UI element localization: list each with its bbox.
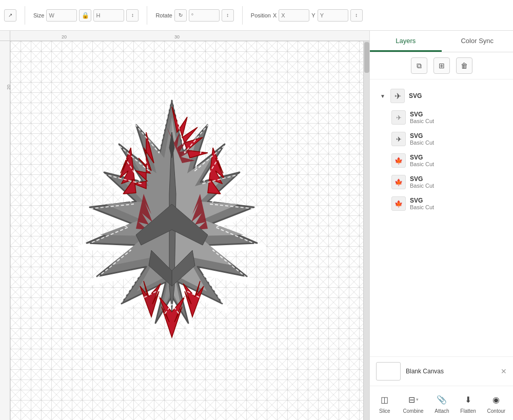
blank-canvas-section: Blank Canvas ✕ <box>370 356 513 386</box>
y-input[interactable] <box>318 9 348 22</box>
slice-tool[interactable]: ◫ Slice <box>374 390 395 416</box>
layer-subname-1: Basic Cut <box>410 118 503 124</box>
position-label: Position <box>251 12 271 18</box>
flatten-icon: ⬇ <box>461 392 476 407</box>
right-panel: Layers Color Sync ⧉ ⊞ 🗑 ▼ ✈ <box>369 31 513 420</box>
tab-layers[interactable]: Layers <box>370 31 442 52</box>
panel-tabs: Layers Color Sync <box>370 31 513 52</box>
layer-thumbnail-3: 🍁 <box>391 153 406 168</box>
toolbar-divider-3 <box>242 6 243 25</box>
layer-item-4[interactable]: 🍁 SVG Basic Cut <box>376 172 507 192</box>
layer-info-group: SVG <box>409 92 503 99</box>
layer-name-5: SVG <box>410 197 503 204</box>
layer-item-1[interactable]: ✈ SVG Basic Cut <box>376 107 507 128</box>
jet-icon-2: ✈ <box>396 135 402 143</box>
layer-info-3: SVG Basic Cut <box>410 154 503 167</box>
x-label: X <box>273 12 277 18</box>
width-input[interactable] <box>46 9 77 22</box>
layer-subname-3: Basic Cut <box>410 161 503 167</box>
rotate-unit-icon[interactable]: ↕ <box>222 9 234 22</box>
rotate-label: Rotate <box>155 12 172 18</box>
layer-subname-5: Basic Cut <box>410 204 503 210</box>
layer-info-1: SVG Basic Cut <box>410 111 503 124</box>
height-input[interactable] <box>93 9 124 22</box>
attach-label: Attach <box>435 408 449 414</box>
add-layer-icon-btn[interactable]: ⊞ <box>433 57 450 74</box>
layer-info-5: SVG Basic Cut <box>410 197 503 210</box>
height-unit-icon[interactable]: ↕ <box>126 9 139 22</box>
contour-label: Contour <box>487 408 506 414</box>
layer-subname-4: Basic Cut <box>410 183 503 189</box>
layer-group-svg: ▼ ✈ SVG ✈ SVG Basic Cut <box>370 84 513 217</box>
chevron-down-icon: ▼ <box>380 93 386 99</box>
toolbar-position-section: Position X Y ↕ <box>251 9 363 22</box>
layer-item-2[interactable]: ✈ SVG Basic Cut <box>376 129 507 149</box>
layer-name-4: SVG <box>410 175 503 183</box>
rotate-input[interactable] <box>189 9 220 22</box>
layer-item-group[interactable]: ▼ ✈ SVG <box>376 86 507 106</box>
ruler-top-marks: 20 30 <box>10 31 369 41</box>
layer-name-3: SVG <box>410 154 503 161</box>
scrollbar-thumb[interactable] <box>364 42 369 73</box>
panel-toolbar: ⧉ ⊞ 🗑 <box>370 52 513 79</box>
jet-icon-1: ✈ <box>396 114 402 122</box>
layer-name-2: SVG <box>410 132 503 139</box>
toolbar-transform-section: ↗ <box>4 9 16 22</box>
toolbar-size-section: Size 🔒 ↕ <box>33 9 139 22</box>
layer-subname-2: Basic Cut <box>410 139 503 146</box>
y-label: Y <box>311 12 315 18</box>
ruler-mark-30: 30 <box>174 34 180 39</box>
leaf-icon-3: 🍁 <box>394 157 403 165</box>
delete-layer-icon-btn[interactable]: 🗑 <box>456 57 472 74</box>
add-layer-icon: ⊞ <box>439 62 445 70</box>
slice-label: Slice <box>379 408 390 414</box>
canvas-design <box>64 91 280 370</box>
main-area: 20 30 20 <box>0 31 513 420</box>
layers-list: ▼ ✈ SVG ✈ SVG Basic Cut <box>370 79 513 356</box>
ruler-top: 20 30 <box>0 31 369 41</box>
combine-label: Combine <box>403 408 424 414</box>
layer-info-4: SVG Basic Cut <box>410 175 503 189</box>
leaf-icon-4: 🍁 <box>394 178 403 186</box>
combine-icon: ⊟▾ <box>406 392 421 407</box>
canvas-grid[interactable] <box>10 41 369 420</box>
contour-icon: ◉ <box>489 392 503 407</box>
attach-tool[interactable]: 📎 Attach <box>431 390 452 416</box>
copy-icon-btn[interactable]: ⧉ <box>411 57 427 74</box>
delete-icon: 🗑 <box>461 62 468 70</box>
close-icon[interactable]: ✕ <box>501 367 507 375</box>
jet-icon-large: ✈ <box>394 91 401 101</box>
canvas-scrollbar[interactable] <box>363 41 369 420</box>
toolbar-divider-2 <box>147 6 147 25</box>
tab-color-sync[interactable]: Color Sync <box>442 31 514 52</box>
layer-thumbnail-group: ✈ <box>390 89 405 103</box>
position-unit-icon[interactable]: ↕ <box>350 9 363 22</box>
combine-tool[interactable]: ⊟▾ Combine <box>400 390 427 416</box>
toolbar: ↗ Size 🔒 ↕ Rotate ↻ ↕ Position X Y ↕ <box>0 0 513 31</box>
layer-name-1: SVG <box>410 111 503 118</box>
layer-thumbnail-1: ✈ <box>391 110 406 125</box>
layer-item-5[interactable]: 🍁 SVG Basic Cut <box>376 193 507 214</box>
copy-icon: ⧉ <box>417 62 422 70</box>
lock-proportions-icon[interactable]: 🔒 <box>79 9 91 22</box>
flatten-label: Flatten <box>460 408 476 414</box>
layer-name-group: SVG <box>409 92 503 99</box>
rotate-icon-btn[interactable]: ↻ <box>174 9 187 22</box>
size-label: Size <box>33 12 44 18</box>
ruler-corner <box>0 31 10 41</box>
x-input[interactable] <box>279 9 309 22</box>
flatten-tool[interactable]: ⬇ Flatten <box>457 390 479 416</box>
layer-thumbnail-2: ✈ <box>391 132 406 146</box>
slice-icon: ◫ <box>378 392 392 407</box>
blank-canvas-thumbnail <box>376 362 401 381</box>
ruler-left: 20 <box>0 41 10 420</box>
layer-item-3[interactable]: 🍁 SVG Basic Cut <box>376 150 507 171</box>
leaf-icon-5: 🍁 <box>394 200 403 208</box>
layer-thumbnail-5: 🍁 <box>391 196 406 211</box>
attach-icon: 📎 <box>435 392 449 407</box>
layer-info-2: SVG Basic Cut <box>410 132 503 146</box>
canvas-area[interactable]: 20 30 20 <box>0 31 369 420</box>
transform-icon-btn[interactable]: ↗ <box>4 9 16 22</box>
contour-tool[interactable]: ◉ Contour <box>484 390 509 416</box>
panel-bottom-toolbar: ◫ Slice ⊟▾ Combine 📎 Attach ⬇ Flatten ◉ … <box>370 386 513 420</box>
